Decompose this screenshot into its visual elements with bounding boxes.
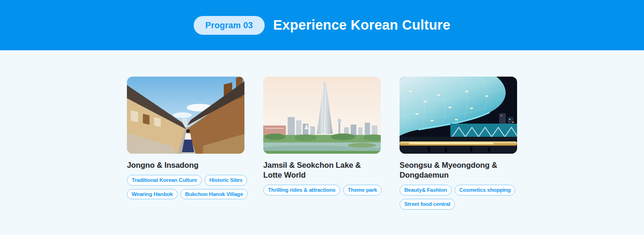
tag-row: Thrilling rides & attractions Theme park [263,185,382,196]
card-tags: Traditional Korean Culture Historic Site… [127,175,244,199]
section-header: Program 03 Experience Korean Culture [0,0,644,50]
cards-row: Jongno & Insadong Traditional Korean Cul… [0,77,644,210]
card-tags: Beauty& Fashion Cosmetics shopping Stree… [400,185,517,209]
tag-chip: Thrilling rides & attractions [263,185,340,196]
bukchon-hanok-village-photo [127,77,244,154]
tag-chip: Beauty& Fashion [400,185,452,196]
tag-row: Traditional Korean Culture Historic Site… [127,175,247,186]
destination-card-jongno: Jongno & Insadong Traditional Korean Cul… [127,77,244,199]
card-tags: Thrilling rides & attractions Theme park [263,185,381,196]
section-title: Experience Korean Culture [273,17,450,33]
lotte-world-tower-photo [263,77,381,154]
card-title: Jongno & Insadong [127,160,244,170]
tag-chip: Wearing Hanbok [127,189,178,200]
dongdaemun-design-plaza-photo [400,77,517,154]
tag-chip: Street food central [400,199,455,210]
tag-chip: Cosmetics shopping [455,185,516,196]
card-title: Jamsil & Seokchon Lake & Lotte World [263,160,381,180]
tag-chip: Theme park [343,185,382,196]
tag-chip: Historic Sites [204,175,247,186]
program-badge: Program 03 [194,16,265,35]
destination-card-seongsu: Seongsu & Myeongdong & Dongdaemun Beauty… [400,77,517,210]
tag-row: Wearing Hanbok Bukchon Hanok Village [127,189,248,200]
tag-chip: Bukchon Hanok Village [181,189,248,200]
destination-card-jamsil: Jamsil & Seokchon Lake & Lotte World Thr… [263,77,381,196]
tag-row: Street food central [400,199,455,210]
tag-row: Beauty& Fashion Cosmetics shopping [400,185,515,196]
tag-chip: Traditional Korean Culture [127,175,202,186]
card-title: Seongsu & Myeongdong & Dongdaemun [400,160,517,180]
